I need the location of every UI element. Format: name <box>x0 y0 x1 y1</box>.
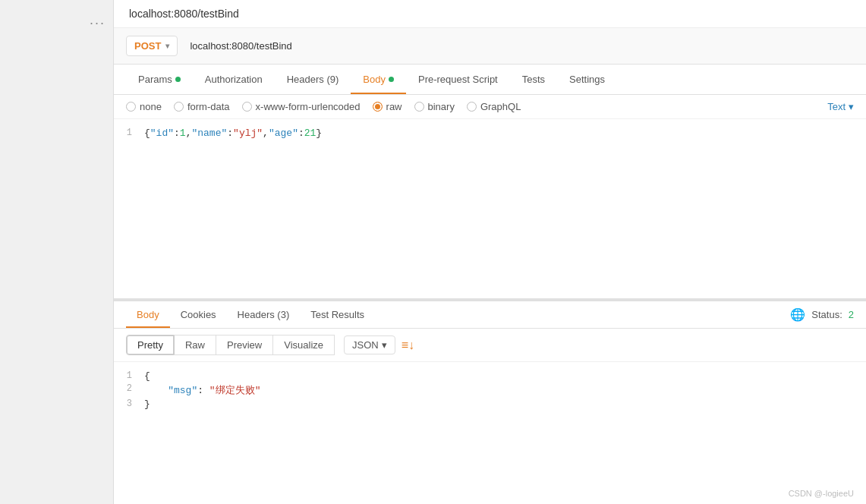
response-line-content-2: "msg": "绑定失败" <box>144 383 260 397</box>
option-urlencoded[interactable]: x-www-form-urlencoded <box>242 101 361 112</box>
response-line-content-1: { <box>144 370 150 382</box>
tab-headers-label: Headers (9) <box>287 74 339 85</box>
status-info: 🌐 Status: 2 <box>790 307 854 322</box>
response-tab-cookies-label: Cookies <box>181 309 216 320</box>
response-tabs-row: Body Cookies Headers (3) Test Results 🌐 … <box>114 301 866 329</box>
tab-settings-label: Settings <box>569 74 605 85</box>
tab-tests[interactable]: Tests <box>510 65 557 94</box>
close-brace: } <box>316 128 322 139</box>
status-code: 2 <box>849 309 854 320</box>
watermark: CSDN @-logieeU <box>789 489 854 498</box>
response-tab-cookies[interactable]: Cookies <box>170 301 227 328</box>
text-format-dropdown[interactable]: Text ▾ <box>827 101 854 112</box>
radio-form-data <box>174 102 184 112</box>
tab-pre-request-label: Pre-request Script <box>418 74 498 85</box>
response-key-msg: "msg" <box>168 385 197 396</box>
tab-settings[interactable]: Settings <box>557 65 617 94</box>
method-chevron-icon: ▾ <box>165 42 169 50</box>
response-tab-body-label: Body <box>137 309 159 320</box>
editor-line-1: 1 {"id":1,"name":"ylj","age":21} <box>114 127 866 140</box>
tab-headers[interactable]: Headers (9) <box>275 65 351 94</box>
option-graphql-label: GraphQL <box>480 101 521 112</box>
response-tab-body[interactable]: Body <box>126 301 170 328</box>
option-raw[interactable]: raw <box>373 101 402 112</box>
sidebar-menu-dots[interactable]: ··· <box>90 15 105 31</box>
radio-graphql <box>467 102 477 112</box>
option-raw-label: raw <box>386 101 402 112</box>
method-label: POST <box>134 40 161 52</box>
option-form-data-label: form-data <box>187 101 230 112</box>
status-prefix: Status: <box>811 309 842 320</box>
option-binary-label: binary <box>428 101 455 112</box>
request-body-editor[interactable]: 1 {"id":1,"name":"ylj","age":21} <box>114 119 866 301</box>
main-content: localhost:8080/testBind POST ▾ Params Au… <box>114 0 866 504</box>
text-format-chevron-icon: ▾ <box>849 101 854 112</box>
option-form-data[interactable]: form-data <box>174 101 230 112</box>
response-body-editor: 1 { 2 "msg": "绑定失败" 3 } <box>114 362 866 504</box>
method-select[interactable]: POST ▾ <box>126 36 178 56</box>
format-pretty-button[interactable]: Pretty <box>126 335 175 355</box>
body-dot <box>389 77 394 82</box>
tab-tests-label: Tests <box>522 74 545 85</box>
option-urlencoded-label: x-www-form-urlencoded <box>256 101 361 112</box>
option-graphql[interactable]: GraphQL <box>467 101 521 112</box>
url-input[interactable] <box>184 37 854 55</box>
response-line-number-3: 3 <box>114 398 144 410</box>
title-bar: localhost:8080/testBind <box>114 0 866 28</box>
val-name: "ylj" <box>233 128 263 139</box>
page-title: localhost:8080/testBind <box>129 8 239 20</box>
format-raw-button[interactable]: Raw <box>175 335 216 355</box>
tab-authorization[interactable]: Authorization <box>193 65 275 94</box>
json-format-label: JSON <box>352 339 379 351</box>
tab-params-label: Params <box>138 74 172 85</box>
sidebar: ··· <box>0 0 114 504</box>
response-tab-headers[interactable]: Headers (3) <box>227 301 301 328</box>
response-format-row: Pretty Raw Preview Visualize JSON ▾ ≡↓ <box>114 329 866 362</box>
response-line-number-1: 1 <box>114 370 144 382</box>
response-tab-test-results-label: Test Results <box>310 309 364 320</box>
request-tabs-row: Params Authorization Headers (9) Body Pr… <box>114 65 866 95</box>
response-line-number-2: 2 <box>114 383 144 397</box>
tab-pre-request[interactable]: Pre-request Script <box>406 65 510 94</box>
response-tab-headers-label: Headers (3) <box>238 309 290 320</box>
option-none[interactable]: none <box>126 101 162 112</box>
option-none-label: none <box>140 101 162 112</box>
radio-binary <box>414 102 424 112</box>
response-line-1: 1 { <box>114 370 866 383</box>
response-line-3: 3 } <box>114 398 866 411</box>
tab-body-label: Body <box>363 74 386 85</box>
radio-urlencoded <box>242 102 252 112</box>
json-chevron-icon: ▾ <box>382 339 387 351</box>
val-id: 1 <box>180 128 186 139</box>
key-id: "id" <box>150 128 174 139</box>
key-age: "age" <box>269 128 298 139</box>
response-line-content-3: } <box>144 398 150 410</box>
tab-authorization-label: Authorization <box>205 74 263 85</box>
format-preview-button[interactable]: Preview <box>216 335 273 355</box>
open-brace: { <box>144 128 150 139</box>
params-dot <box>175 77 181 82</box>
tab-body[interactable]: Body <box>351 65 406 94</box>
format-visualize-button[interactable]: Visualize <box>273 335 335 355</box>
response-val-msg: "绑定失败" <box>209 385 261 396</box>
response-section: Body Cookies Headers (3) Test Results 🌐 … <box>114 301 866 504</box>
text-format-label: Text <box>827 101 846 112</box>
request-bar: POST ▾ <box>114 28 866 65</box>
globe-icon: 🌐 <box>790 307 805 322</box>
filter-icon[interactable]: ≡↓ <box>402 339 414 352</box>
radio-none <box>126 102 136 112</box>
response-tab-test-results[interactable]: Test Results <box>300 301 375 328</box>
line-number-1: 1 <box>114 128 144 139</box>
radio-raw <box>373 102 383 112</box>
body-options-row: none form-data x-www-form-urlencoded raw… <box>114 95 866 119</box>
json-format-dropdown[interactable]: JSON ▾ <box>344 335 395 354</box>
option-binary[interactable]: binary <box>414 101 455 112</box>
key-name: "name" <box>191 128 227 139</box>
response-line-2: 2 "msg": "绑定失败" <box>114 383 866 398</box>
val-age: 21 <box>304 128 316 139</box>
line-content-1: {"id":1,"name":"ylj","age":21} <box>144 128 322 139</box>
tab-params[interactable]: Params <box>126 65 193 94</box>
